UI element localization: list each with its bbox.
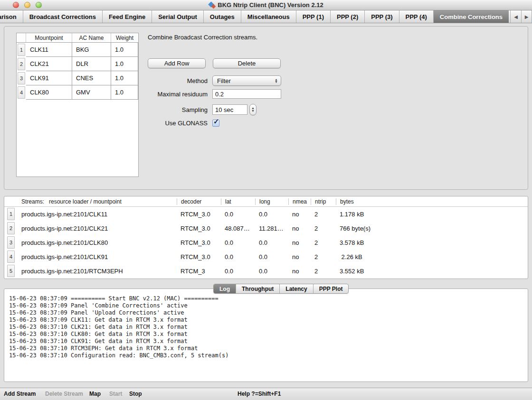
stream-row[interactable]: 1 products.igs-ip.net:2101/CLK11 RTCM_3.…: [4, 207, 528, 221]
tab-serial-output[interactable]: Serial Output: [152, 10, 204, 23]
stream-row[interactable]: 2 products.igs-ip.net:2101/CLK21 RTCM_3.…: [4, 221, 528, 235]
cell-mountpoint[interactable]: CLK80: [26, 85, 72, 100]
delete-button[interactable]: Delete: [213, 58, 281, 68]
cell-bytes: 2.26 kB: [336, 253, 528, 260]
tab-comparison[interactable]: mparison: [0, 10, 23, 23]
cell-ac-name[interactable]: GMV: [72, 85, 111, 100]
cell-long: 0.0: [255, 268, 288, 275]
residuum-label: Maximal residuum: [148, 91, 208, 98]
delete-stream-action: Delete Stream: [45, 391, 83, 397]
title-bar: BKG Ntrip Client (BNC) Version 2.12: [0, 0, 532, 10]
stream-row[interactable]: 4 products.igs-ip.net:2101/CLK91 RTCM_3.…: [4, 250, 528, 264]
tab-miscellaneous[interactable]: Miscellaneous: [241, 10, 296, 23]
start-action: Start: [109, 391, 122, 397]
map-action[interactable]: Map: [89, 391, 101, 397]
row-number: 5: [4, 265, 18, 277]
checkmark-icon: ✓: [213, 117, 219, 126]
row-number: 3: [4, 236, 18, 249]
col-header-streams: Streams: resource loader / mountpoint: [18, 198, 177, 205]
tab-ppp-3[interactable]: PPP (3): [365, 10, 399, 23]
cell-mountpoint: products.igs-ip.net:2101/CLK11: [18, 211, 177, 218]
row-number: 2: [17, 57, 26, 71]
streams-table[interactable]: Streams: resource loader / mountpoint de…: [4, 196, 528, 279]
col-header-decoder: decoder: [177, 198, 221, 205]
cell-mountpoint[interactable]: CLK11: [26, 43, 72, 57]
cell-ntrip: 2: [311, 268, 336, 275]
cell-mountpoint: products.igs-ip.net:2101/CLK21: [18, 225, 177, 232]
window-title: BKG Ntrip Client (BNC) Version 2.12: [218, 1, 323, 9]
tab-combine-corrections[interactable]: Combine Corrections: [434, 10, 509, 23]
tab-outages[interactable]: Outages: [204, 10, 241, 23]
help-shortcut-label: Help ?=Shift+F1: [238, 391, 281, 397]
app-icon: [209, 2, 215, 9]
row-number: 1: [17, 43, 26, 57]
combination-table[interactable]: Mountpoint AC Name Weight 1 CLK11 BKG 1.…: [16, 33, 139, 177]
cell-weight[interactable]: 1.0: [111, 43, 138, 57]
combine-corrections-panel: Mountpoint AC Name Weight 1 CLK11 BKG 1.…: [4, 26, 528, 190]
add-row-button[interactable]: Add Row: [148, 58, 206, 68]
row-number: 2: [4, 222, 18, 234]
zoom-button[interactable]: [36, 2, 42, 8]
tab-ppp-2[interactable]: PPP (2): [331, 10, 365, 23]
cell-ac-name[interactable]: DLR: [72, 57, 111, 71]
tab-ppp-plot[interactable]: PPP Plot: [314, 284, 349, 293]
left-arrow-icon: ◀: [514, 14, 518, 19]
row-number: 3: [17, 71, 26, 85]
row-number: 4: [4, 251, 18, 263]
tab-scroll-right-button[interactable]: ▶: [521, 10, 532, 23]
cell-ac-name[interactable]: CNES: [72, 71, 111, 85]
cell-nmea: no: [288, 253, 311, 260]
log-line: 15-06-23 08:37:09 CLK11: Get data in RTC…: [9, 316, 523, 324]
cell-ntrip: 2: [311, 225, 336, 232]
col-header-weight: Weight: [111, 33, 138, 42]
stepper-down-icon[interactable]: ▼: [251, 110, 255, 112]
cell-weight[interactable]: 1.0: [111, 71, 138, 85]
cell-lat: 0.0: [221, 253, 255, 260]
right-arrow-icon: ▶: [525, 14, 529, 19]
cell-mountpoint[interactable]: CLK91: [26, 71, 72, 85]
cell-nmea: no: [288, 268, 311, 275]
close-button[interactable]: [13, 2, 19, 8]
stop-action[interactable]: Stop: [129, 391, 142, 397]
tab-ppp-4[interactable]: PPP (4): [399, 10, 434, 23]
method-dropdown[interactable]: Filter ▲▼: [212, 75, 281, 86]
cell-mountpoint: products.igs-ip.net:2101/RTCM3EPH: [18, 268, 177, 275]
cell-ac-name[interactable]: BKG: [72, 43, 111, 57]
stream-row[interactable]: 5 products.igs-ip.net:2101/RTCM3EPH RTCM…: [4, 264, 528, 278]
cell-long: 11.281…: [255, 225, 288, 232]
col-header-nmea: nmea: [288, 198, 311, 205]
table-row[interactable]: 4 CLK80 GMV 1.0: [17, 85, 138, 100]
log-line: 15-06-23 08:37:10 CLK80: Get data in RTC…: [9, 331, 523, 338]
tab-throughput[interactable]: Throughput: [236, 284, 280, 293]
sampling-stepper[interactable]: ▲ ▼: [249, 104, 256, 115]
streams-table-header: Streams: resource loader / mountpoint de…: [4, 196, 528, 207]
tab-feed-engine[interactable]: Feed Engine: [103, 10, 152, 23]
cell-mountpoint[interactable]: CLK21: [26, 57, 72, 71]
log-line: 15-06-23 08:37:09 Panel 'Upload Correcti…: [9, 309, 523, 316]
cell-weight[interactable]: 1.0: [111, 57, 138, 71]
tab-log[interactable]: Log: [214, 284, 236, 293]
minimize-button[interactable]: [24, 2, 30, 8]
cell-long: 0.0: [255, 239, 288, 246]
cell-weight[interactable]: 1.0: [111, 85, 138, 100]
table-row[interactable]: 1 CLK11 BKG 1.0: [17, 43, 138, 57]
residuum-input[interactable]: [212, 89, 281, 99]
glonass-checkbox[interactable]: ✓: [212, 120, 219, 127]
col-header-ntrip: ntrip: [311, 198, 336, 205]
table-row[interactable]: 3 CLK91 CNES 1.0: [17, 71, 138, 85]
cell-nmea: no: [288, 225, 311, 232]
sampling-input[interactable]: [212, 104, 247, 115]
tab-ppp-1[interactable]: PPP (1): [296, 10, 331, 23]
stream-row[interactable]: 3 products.igs-ip.net:2101/CLK80 RTCM_3.…: [4, 235, 528, 250]
cell-decoder: RTCM_3.0: [177, 239, 221, 246]
log-tab-bar: Log Throughput Latency PPP Plot: [213, 284, 349, 294]
log-output[interactable]: 15-06-23 08:37:09 ========== Start BNC v…: [4, 288, 528, 382]
method-label: Method: [148, 77, 208, 84]
tab-latency[interactable]: Latency: [280, 284, 313, 293]
cell-ntrip: 2: [311, 239, 336, 246]
tab-scroll-left-button[interactable]: ◀: [510, 10, 521, 23]
add-stream-action[interactable]: Add Stream: [4, 391, 36, 397]
table-row[interactable]: 2 CLK21 DLR 1.0: [17, 57, 138, 71]
cell-mountpoint: products.igs-ip.net:2101/CLK80: [18, 239, 177, 246]
tab-broadcast-corrections[interactable]: Broadcast Corrections: [23, 10, 103, 23]
